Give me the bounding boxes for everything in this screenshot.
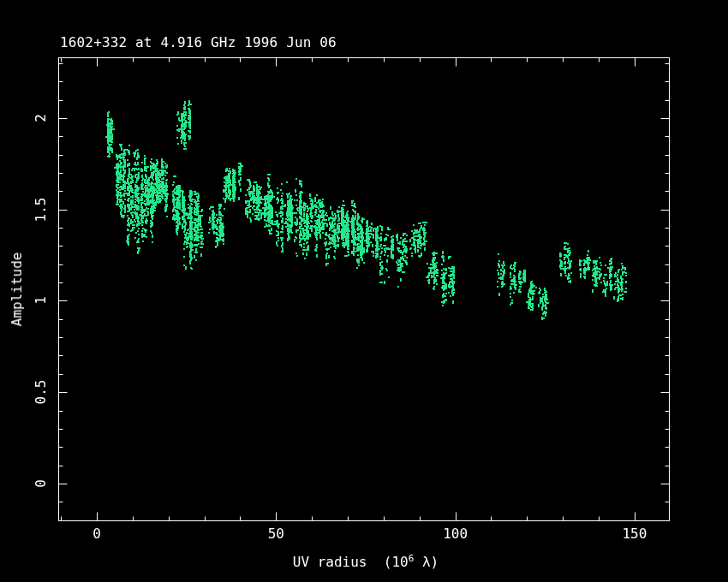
y-tick-label: 2	[34, 114, 48, 122]
x-axis-title-unit: λ)	[414, 554, 439, 570]
plot-window: 1602+332 at 4.916 GHz 1996 Jun 06 Amplit…	[0, 0, 728, 582]
x-axis-title: UV radius (106 λ)	[293, 552, 439, 569]
x-tick-label: 150	[622, 527, 647, 541]
y-tick-label: 0.5	[34, 380, 48, 405]
x-tick-label: 50	[268, 527, 284, 541]
y-tick-label: 1.5	[34, 197, 48, 222]
y-tick-label: 0	[34, 479, 48, 488]
x-axis-title-text: UV radius (10	[293, 554, 409, 570]
plot-canvas	[0, 0, 728, 582]
x-tick-label: 100	[443, 527, 468, 541]
x-tick-label: 0	[92, 527, 101, 541]
y-tick-label: 1	[34, 297, 48, 306]
y-axis-title: Amplitude	[10, 252, 24, 327]
chart-title: 1602+332 at 4.916 GHz 1996 Jun 06	[60, 36, 337, 50]
